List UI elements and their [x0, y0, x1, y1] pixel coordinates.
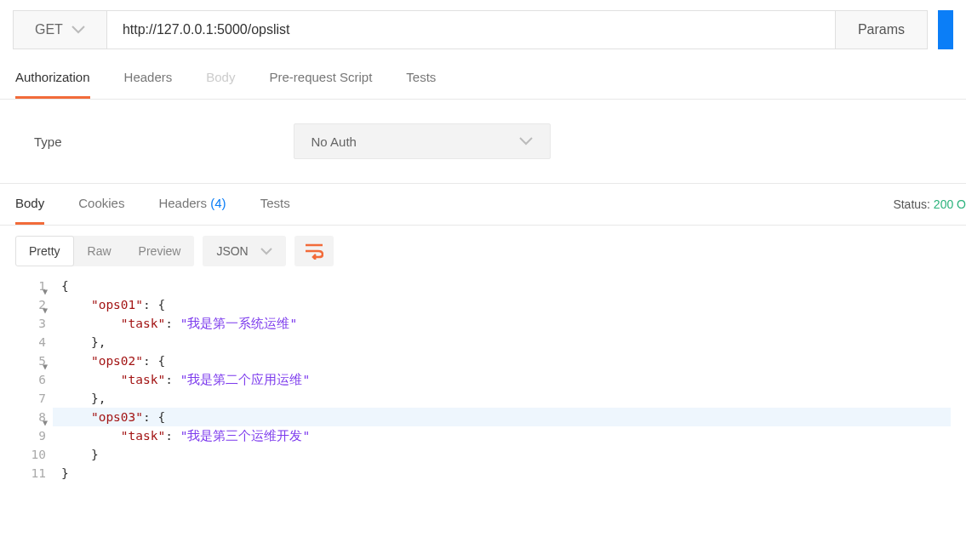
wrap-button[interactable] [294, 236, 334, 266]
status-value: 200 O [934, 197, 966, 211]
code-gutter: 1▼2▼345▼678▼91011 [19, 277, 53, 483]
preview-button[interactable]: Preview [125, 236, 195, 266]
gutter-line: 7 [19, 389, 46, 408]
status-area: Status: 200 O [893, 197, 966, 211]
gutter-line: 11 [19, 464, 46, 483]
chevron-down-icon [71, 26, 85, 34]
tab-headers[interactable]: Headers [124, 60, 173, 99]
response-header: Body Cookies Headers (4) Tests Status: 2… [0, 184, 966, 226]
send-button[interactable] [938, 10, 953, 49]
code-line: }, [53, 333, 951, 351]
raw-button[interactable]: Raw [74, 236, 125, 266]
code-line: }, [53, 389, 951, 408]
gutter-line: 1▼ [19, 277, 46, 295]
response-tab-tests[interactable]: Tests [260, 184, 290, 225]
response-tab-body[interactable]: Body [15, 184, 44, 225]
method-select[interactable]: GET [13, 10, 107, 49]
gutter-line: 2▼ [19, 295, 46, 314]
code-line: "ops02": { [53, 351, 951, 370]
code-line: "task": "我是第三个运维开发" [53, 426, 951, 445]
code-line: { [53, 277, 951, 295]
auth-section: Type No Auth [0, 100, 966, 184]
gutter-line: 4 [19, 333, 46, 351]
format-select[interactable]: JSON [203, 236, 285, 266]
code-line: } [53, 464, 951, 483]
status-label: Status: [893, 197, 930, 211]
response-tab-headers[interactable]: Headers (4) [158, 184, 226, 225]
request-tabs: Authorization Headers Body Pre-request S… [0, 60, 966, 100]
code-line: } [53, 445, 951, 464]
url-input[interactable] [107, 10, 836, 49]
viewer-controls: Pretty Raw Preview JSON [0, 226, 966, 277]
auth-type-label: Type [15, 134, 62, 149]
response-tabs: Body Cookies Headers (4) Tests [15, 184, 290, 225]
code-line: "task": "我是第二个应用运维" [53, 370, 951, 389]
gutter-line: 3 [19, 314, 46, 333]
code-content: { "ops01": { "task": "我是第一系统运维" }, "ops0… [53, 277, 951, 483]
chevron-down-icon [260, 248, 272, 255]
gutter-line: 8▼ [19, 408, 46, 426]
view-mode-group: Pretty Raw Preview [15, 236, 194, 266]
code-viewer[interactable]: 1▼2▼345▼678▼91011 { "ops01": { "task": "… [0, 277, 966, 483]
tab-authorization[interactable]: Authorization [15, 60, 90, 99]
code-line: "task": "我是第一系统运维" [53, 314, 951, 333]
wrap-icon [305, 243, 323, 260]
request-bar: GET Params [0, 0, 966, 60]
response-tab-headers-label: Headers [158, 196, 207, 210]
pretty-button[interactable]: Pretty [15, 236, 74, 266]
gutter-line: 9 [19, 426, 46, 445]
chevron-down-icon [519, 137, 533, 146]
headers-count: (4) [210, 196, 226, 210]
tab-prerequest[interactable]: Pre-request Script [269, 60, 372, 99]
gutter-line: 6 [19, 370, 46, 389]
code-line: "ops03": { [53, 408, 951, 426]
response-tab-cookies[interactable]: Cookies [78, 184, 124, 225]
method-label: GET [35, 22, 63, 37]
auth-selected-value: No Auth [312, 134, 357, 149]
tab-body[interactable]: Body [206, 60, 235, 99]
code-line: "ops01": { [53, 295, 951, 314]
gutter-line: 10 [19, 445, 46, 464]
tab-tests[interactable]: Tests [406, 60, 436, 99]
auth-type-select[interactable]: No Auth [294, 123, 551, 159]
gutter-line: 5▼ [19, 351, 46, 370]
params-button[interactable]: Params [836, 10, 928, 49]
format-label: JSON [216, 244, 248, 258]
